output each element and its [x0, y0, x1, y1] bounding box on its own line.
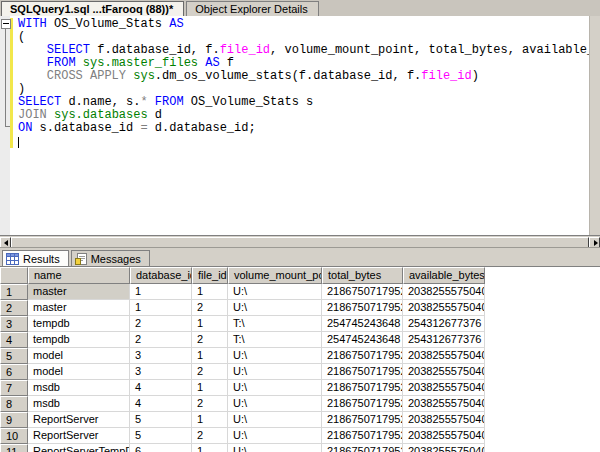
grid-header-row: namedatabase_idfile_idvolume_mount_point… [0, 267, 600, 284]
grid-cell[interactable]: U:\ [228, 396, 322, 412]
fold-collapse-box-icon[interactable] [1, 19, 11, 29]
grid-cell[interactable]: 2038255575040 [403, 364, 485, 380]
tab-results[interactable]: Results [2, 250, 69, 267]
grid-cell[interactable]: tempdb [28, 332, 130, 348]
grid-cell[interactable]: U:\ [228, 428, 322, 444]
grid-cell[interactable]: U:\ [228, 284, 322, 300]
grid-cell[interactable]: 5 [130, 412, 192, 428]
grid-cell[interactable]: 2186750717952 [322, 300, 403, 316]
grid-cell[interactable]: 3 [130, 348, 192, 364]
row-header[interactable]: 7 [0, 380, 28, 396]
grid-cell[interactable]: 2 [192, 364, 228, 380]
grid-cell[interactable]: 2038255575040 [403, 348, 485, 364]
row-header[interactable]: 11 [0, 444, 28, 452]
grid-cell[interactable]: U:\ [228, 380, 322, 396]
grid-cell[interactable]: U:\ [228, 412, 322, 428]
row-header[interactable]: 1 [0, 284, 28, 300]
grid-cell[interactable]: 2 [192, 300, 228, 316]
grid-cell[interactable]: 254312677376 [403, 332, 485, 348]
grid-corner-cell[interactable] [0, 267, 28, 284]
grid-cell[interactable]: msdb [28, 380, 130, 396]
grid-cell[interactable]: 2186750717952 [322, 428, 403, 444]
grid-cell[interactable]: U:\ [228, 444, 322, 452]
grid-cell[interactable]: 2 [192, 428, 228, 444]
code-line[interactable]: WITH OS_Volume_Stats AS [18, 18, 588, 31]
grid-cell[interactable]: 1 [130, 284, 192, 300]
grid-cell[interactable]: model [28, 348, 130, 364]
grid-cell[interactable]: 2 [130, 316, 192, 332]
fold-region-end-tick [5, 126, 10, 127]
grid-cell[interactable]: ReportServer [28, 412, 130, 428]
editor-vertical-scrollbar[interactable] [589, 16, 600, 235]
grid-cell[interactable]: 2038255575040 [403, 284, 485, 300]
grid-cell[interactable]: 1 [192, 380, 228, 396]
tab-sqlquery1[interactable]: SQLQuery1.sql ...tFarooq (88))* [1, 1, 184, 16]
code-line[interactable] [18, 135, 588, 148]
column-header-database_id[interactable]: database_id [130, 267, 192, 284]
tab-object-explorer-details[interactable]: Object Explorer Details [186, 1, 319, 16]
code-line[interactable]: CROSS APPLY sys.dm_os_volume_stats(f.dat… [18, 70, 588, 83]
grid-cell[interactable]: 2186750717952 [322, 284, 403, 300]
grid-cell[interactable]: model [28, 364, 130, 380]
grid-cell[interactable]: 3 [130, 364, 192, 380]
grid-cell[interactable]: 1 [192, 444, 228, 452]
grid-cell[interactable]: U:\ [228, 300, 322, 316]
grid-cell[interactable]: 2038255575040 [403, 428, 485, 444]
grid-cell[interactable]: 2038255575040 [403, 412, 485, 428]
grid-cell[interactable]: 2038255575040 [403, 444, 485, 452]
grid-cell[interactable]: 2186750717952 [322, 348, 403, 364]
grid-cell[interactable]: 2038255575040 [403, 300, 485, 316]
grid-cell[interactable]: T:\ [228, 316, 322, 332]
grid-cell[interactable]: 4 [130, 380, 192, 396]
grid-cell[interactable]: tempdb [28, 316, 130, 332]
grid-cell[interactable]: 254312677376 [403, 316, 485, 332]
grid-cell[interactable]: 2186750717952 [322, 380, 403, 396]
column-header-volume_mount_point[interactable]: volume_mount_point [228, 267, 322, 284]
grid-cell[interactable]: 2186750717952 [322, 412, 403, 428]
grid-cell[interactable]: msdb [28, 396, 130, 412]
tab-results-label: Results [23, 253, 60, 265]
grid-cell[interactable]: 1 [192, 412, 228, 428]
grid-cell[interactable]: 2 [192, 396, 228, 412]
grid-cell[interactable]: ReportServer [28, 428, 130, 444]
row-header[interactable]: 3 [0, 316, 28, 332]
grid-cell[interactable]: 1 [130, 300, 192, 316]
grid-cell[interactable]: ReportServerTempDB [28, 444, 130, 452]
grid-cell[interactable]: 2186750717952 [322, 364, 403, 380]
grid-cell[interactable]: 6 [130, 444, 192, 452]
grid-cell[interactable]: U:\ [228, 348, 322, 364]
row-header[interactable]: 9 [0, 412, 28, 428]
column-header-total_bytes[interactable]: total_bytes [322, 267, 403, 284]
grid-cell[interactable]: 2186750717952 [322, 396, 403, 412]
grid-cell[interactable]: 1 [192, 316, 228, 332]
row-header[interactable]: 2 [0, 300, 28, 316]
table-row: 8msdb42U:\21867507179522038255575040 [0, 396, 600, 412]
grid-cell[interactable]: 4 [130, 396, 192, 412]
grid-cell[interactable]: 2 [192, 332, 228, 348]
tab-messages[interactable]: Messages [71, 250, 150, 267]
row-header[interactable]: 8 [0, 396, 28, 412]
row-header[interactable]: 4 [0, 332, 28, 348]
grid-cell[interactable]: 2 [130, 332, 192, 348]
row-header[interactable]: 5 [0, 348, 28, 364]
grid-cell[interactable]: T:\ [228, 332, 322, 348]
grid-cell[interactable]: 254745243648 [322, 316, 403, 332]
column-header-name[interactable]: name [28, 267, 130, 284]
grid-cell[interactable]: 1 [192, 284, 228, 300]
grid-cell[interactable]: 2038255575040 [403, 380, 485, 396]
grid-cell[interactable]: 2038255575040 [403, 396, 485, 412]
row-header[interactable]: 10 [0, 428, 28, 444]
column-header-file_id[interactable]: file_id [192, 267, 228, 284]
grid-cell[interactable]: 1 [192, 348, 228, 364]
grid-cell[interactable]: 254745243648 [322, 332, 403, 348]
grid-cell[interactable]: 2186750717952 [322, 444, 403, 452]
sql-editor[interactable]: WITH OS_Volume_Stats AS( SELECT f.databa… [0, 16, 600, 235]
table-row: 2master12U:\21867507179522038255575040 [0, 300, 600, 316]
column-header-available_bytes[interactable]: available_bytes [403, 267, 485, 284]
grid-cell[interactable]: U:\ [228, 364, 322, 380]
code-line[interactable]: ON s.database_id = d.database_id; [18, 122, 588, 135]
grid-cell[interactable]: master [28, 300, 130, 316]
row-header[interactable]: 6 [0, 364, 28, 380]
grid-cell[interactable]: 5 [130, 428, 192, 444]
grid-cell[interactable]: master [28, 284, 130, 300]
